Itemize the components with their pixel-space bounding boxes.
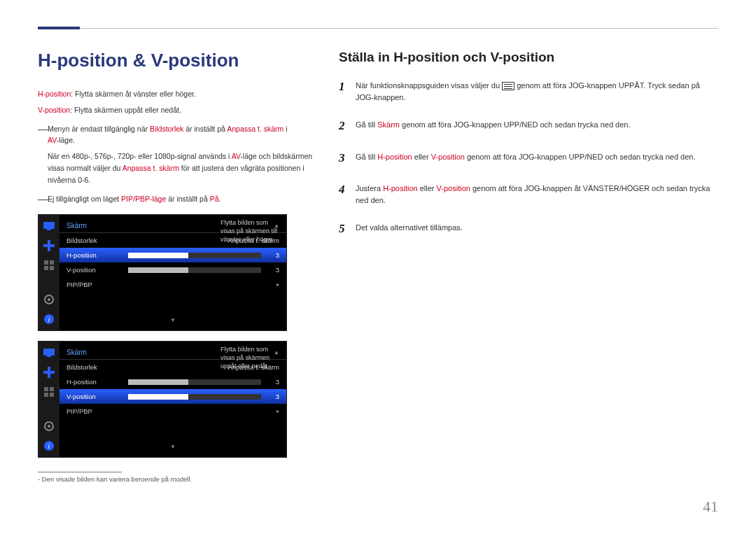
dpad-icon [42,239,56,253]
svg-rect-18 [44,393,48,397]
page-title: H-position & V-position [38,50,318,71]
gear-icon [42,293,56,307]
svg-rect-16 [44,387,48,391]
steps-list: 1 När funktionsknappsguiden visas väljer… [339,78,718,238]
step-number: 1 [339,78,356,96]
monitor-icon [42,346,56,360]
info-icon: i [42,312,56,326]
osd-screenshot-vpos: i Skärm ▲ Flytta bilden som visas på skä… [38,341,287,458]
subtitle: Ställa in H-position och V-position [339,50,718,65]
osd-tooltip: Flytta bilden som visas på skärmen till … [220,219,284,244]
osd-row-vposition: V-position 3 [59,389,286,404]
dpad-icon [42,365,56,379]
svg-point-9 [48,298,50,301]
monitor-icon [42,219,56,233]
step-number: 3 [339,149,356,167]
svg-rect-17 [50,387,54,391]
note-1: ― Menyn är endast tillgänglig när Bildst… [38,123,318,186]
gear-icon [42,419,56,433]
osd-row-hposition: H-position 3 [59,248,286,262]
grid-icon [42,258,56,272]
header-accent [38,27,80,29]
grid-icon [42,385,56,399]
osd-row-vposition: V-position 3 [59,262,286,277]
v-position-desc: V-position: Flytta skärmen uppåt eller n… [38,104,318,116]
svg-rect-7 [50,266,54,270]
osd-row-hposition: H-position 3 [59,374,286,389]
svg-point-21 [48,425,50,428]
osd-screenshot-hpos: i Skärm ▲ Flytta bilden som visas på skä… [38,214,287,331]
svg-rect-12 [43,349,55,356]
svg-rect-6 [44,266,48,270]
svg-text:i: i [48,442,50,450]
svg-text:i: i [48,316,50,323]
h-position-desc: H-position: Flytta skärmen åt vänster el… [38,88,318,100]
svg-rect-4 [44,260,48,265]
svg-rect-19 [50,393,54,397]
step-number: 2 [339,117,356,135]
step-number: 4 [339,181,356,199]
menu-icon [502,82,514,90]
osd-header: Skärm [66,222,87,230]
svg-rect-5 [50,260,54,265]
osd-row-pip: PIP/PBP ▸ [59,404,286,419]
osd-header: Skärm [66,349,87,356]
svg-rect-1 [47,229,51,230]
svg-rect-15 [43,371,55,374]
osd-row-pip: PIP/PBP ▸ [59,277,286,292]
svg-rect-3 [43,244,55,247]
osd-tooltip: Flytta bilden som visas på skärmen uppåt… [220,346,284,370]
page-number: 41 [703,498,718,516]
note-2: ― Ej tillgängligt om läget PIP/PBP-läge … [38,193,318,205]
info-icon: i [42,439,56,453]
svg-rect-13 [47,356,51,357]
footnote: - Den visade bilden kan variera beroende… [38,472,318,483]
step-number: 5 [339,220,356,238]
svg-rect-0 [43,222,55,229]
